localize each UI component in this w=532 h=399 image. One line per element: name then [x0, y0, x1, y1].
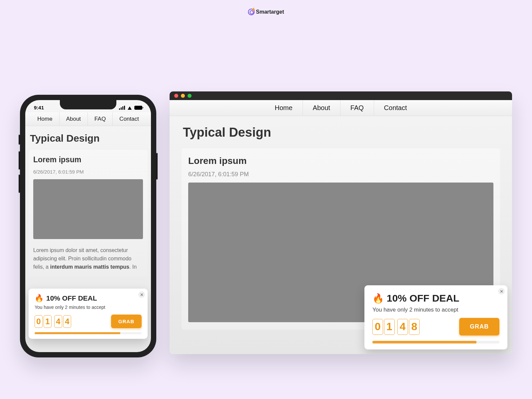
- timer-digit: 0: [372, 319, 383, 335]
- battery-icon: [134, 106, 142, 110]
- close-icon[interactable]: ✕: [498, 288, 505, 295]
- nav-faq[interactable]: FAQ: [87, 112, 112, 126]
- nav-bar: Home About FAQ Contact: [170, 100, 512, 116]
- browser-mockup: Home About FAQ Contact Typical Design Lo…: [170, 91, 512, 354]
- nav-contact[interactable]: Contact: [374, 100, 417, 116]
- fire-icon: 🔥: [35, 294, 44, 303]
- nav-contact[interactable]: Contact: [112, 112, 146, 126]
- countdown-timer: 0 1 4 8: [372, 319, 420, 335]
- grab-button[interactable]: GRAB: [459, 318, 499, 335]
- nav-about[interactable]: About: [59, 112, 87, 126]
- grab-button[interactable]: GRAB: [111, 315, 142, 328]
- progress-bar: [372, 341, 499, 343]
- article-date: 6/26/2017, 6:01:59 PM: [33, 169, 143, 175]
- popup-subtitle: You have only 2 minutes to accept: [372, 307, 499, 313]
- nav-faq[interactable]: FAQ: [340, 100, 374, 116]
- article-heading: Lorem ipsum: [33, 155, 143, 164]
- progress-bar: [35, 332, 142, 334]
- window-titlebar: [170, 91, 512, 100]
- page-title: Typical Design: [25, 126, 151, 148]
- page-title: Typical Design: [170, 116, 512, 145]
- nav-home[interactable]: Home: [265, 100, 302, 116]
- nav-about[interactable]: About: [303, 100, 340, 116]
- fire-icon: 🔥: [372, 293, 384, 304]
- wifi-icon: [127, 106, 132, 110]
- popup-title: 10% OFF DEAL: [387, 293, 459, 304]
- signal-icon: [119, 106, 125, 110]
- article-card: Lorem ipsum 6/26/2017, 6:01:59 PM Lorem …: [29, 150, 148, 276]
- traffic-light-min-icon[interactable]: [181, 94, 185, 98]
- countdown-timer: 0 1 4 4: [35, 315, 71, 328]
- brand-logo: Smartarget: [248, 9, 284, 15]
- deal-popup: ✕ 🔥 10% OFF DEAL You have only 2 minutes…: [364, 285, 507, 349]
- timer-digit: 4: [54, 315, 62, 328]
- timer-digit: 4: [397, 319, 408, 335]
- article-date: 6/26/2017, 6:01:59 PM: [188, 171, 493, 178]
- brand-name: Smartarget: [256, 9, 284, 15]
- popup-title: 10% OFF DEAL: [46, 294, 97, 302]
- timer-digit: 4: [63, 315, 71, 328]
- nav-bar: Home About FAQ Contact: [25, 112, 151, 126]
- timer-digit: 1: [44, 315, 52, 328]
- phone-mockup: 9:41 Home About FAQ Contact Typical Desi…: [20, 95, 156, 357]
- timer-digit: 1: [384, 319, 395, 335]
- status-time: 9:41: [34, 105, 44, 110]
- article-image: [33, 179, 143, 239]
- traffic-light-max-icon[interactable]: [188, 94, 192, 98]
- close-icon[interactable]: ✕: [138, 291, 145, 298]
- timer-digit: 0: [35, 315, 43, 328]
- popup-subtitle: You have only 2 minutes to accept: [35, 305, 142, 310]
- target-icon: [248, 9, 255, 15]
- phone-notch: [60, 100, 116, 109]
- nav-home[interactable]: Home: [31, 112, 59, 126]
- article-heading: Lorem ipsum: [188, 156, 493, 166]
- timer-digit: 8: [409, 319, 420, 335]
- deal-popup: ✕ 🔥 10% OFF DEAL You have only 2 minutes…: [29, 289, 148, 339]
- traffic-light-close-icon[interactable]: [174, 94, 178, 98]
- article-body: Lorem ipsum dolor sit amet, consectetur …: [33, 246, 143, 271]
